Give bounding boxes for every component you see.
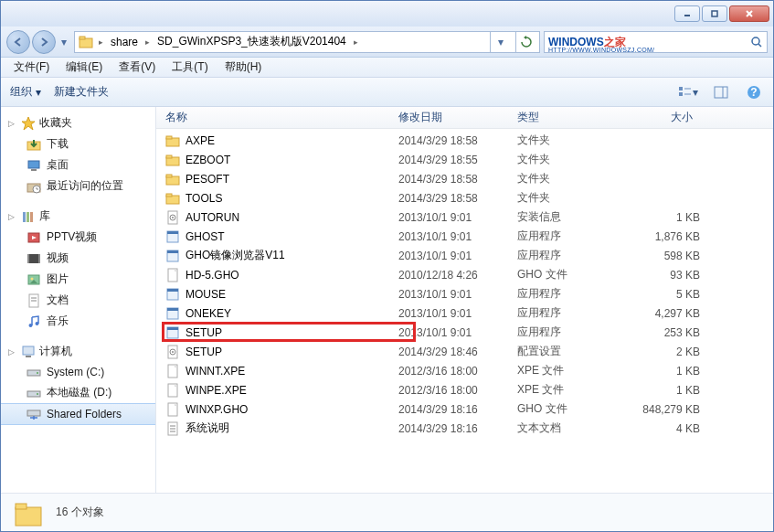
file-type: 文件夹	[517, 152, 622, 167]
view-options-button[interactable]: ▾	[678, 83, 698, 101]
column-header-name[interactable]: 名称	[165, 110, 398, 125]
sidebar-item[interactable]: 本地磁盘 (D:)	[1, 382, 155, 403]
file-date: 2014/3/29 18:46	[398, 346, 517, 358]
file-size: 5 KB	[622, 288, 700, 301]
file-date: 2013/10/1 9:01	[398, 288, 517, 301]
file-row[interactable]: AXPE 2014/3/29 18:58 文件夹	[156, 131, 773, 150]
file-name: 系统说明	[186, 420, 229, 436]
address-dropdown[interactable]: ▾	[490, 31, 510, 53]
file-type: 文件夹	[517, 190, 622, 206]
file-row[interactable]: PESOFT 2014/3/29 18:58 文件夹	[156, 169, 773, 188]
sidebar-item[interactable]: PPTV视频	[1, 227, 155, 248]
file-size: 1 KB	[622, 211, 700, 224]
search-input[interactable]: WINDOWS之家 HTTP://WWW.WINDOWSZJ.COM/ 快速装机…	[544, 31, 768, 53]
titlebar	[1, 1, 773, 27]
file-name: HD-5.GHO	[186, 269, 239, 282]
file-row[interactable]: SETUP 2014/3/29 18:46 配置设置 2 KB	[156, 342, 773, 361]
file-row[interactable]: 系统说明 2014/3/29 18:16 文本文档 4 KB	[156, 419, 773, 438]
svg-rect-23	[23, 212, 26, 222]
column-header-size[interactable]: 大小	[622, 110, 700, 125]
file-date: 2013/10/1 9:01	[398, 250, 517, 262]
file-row[interactable]: EZBOOT 2014/3/29 18:55 文件夹	[156, 150, 773, 169]
file-row[interactable]: SETUP 2013/10/1 9:01 应用程序 253 KB	[156, 323, 773, 342]
file-name: TOOLS	[186, 192, 222, 205]
computer-icon	[21, 345, 36, 359]
new-folder-button[interactable]: 新建文件夹	[54, 84, 109, 100]
sidebar-item-label: 音乐	[47, 314, 69, 329]
svg-rect-17	[28, 161, 39, 168]
sidebar-item[interactable]: 桌面	[1, 154, 155, 176]
file-type: XPE 文件	[517, 363, 622, 378]
column-header-type[interactable]: 类型	[517, 110, 622, 125]
nav-history-dropdown[interactable]: ▾	[58, 33, 70, 51]
file-date: 2014/3/29 18:16	[398, 403, 517, 416]
file-date: 2013/10/1 9:01	[398, 326, 517, 339]
refresh-button[interactable]	[515, 31, 535, 53]
menu-file[interactable]: 文件(F)	[6, 58, 57, 77]
disclosure-triangle-icon: ▷	[8, 212, 17, 221]
sidebar-item[interactable]: 图片	[1, 269, 155, 290]
sidebar-group-header[interactable]: ▷ 计算机	[1, 341, 155, 362]
help-button[interactable]: ?	[744, 83, 764, 101]
file-row[interactable]: WINNT.XPE 2012/3/16 18:00 XPE 文件 1 KB	[156, 361, 773, 380]
file-name: WINXP.GHO	[186, 403, 248, 416]
sidebar-item[interactable]: 下载	[1, 133, 155, 154]
file-name: EZBOOT	[186, 154, 230, 166]
forward-button[interactable]	[32, 30, 56, 54]
menu-edit[interactable]: 编辑(E)	[58, 58, 110, 77]
minimize-button[interactable]	[674, 5, 700, 22]
file-row[interactable]: MOUSE 2013/10/1 9:01 应用程序 5 KB	[156, 284, 773, 303]
file-row[interactable]: HD-5.GHO 2010/12/18 4:26 GHO 文件 93 KB	[156, 265, 773, 284]
netdrive-icon	[27, 407, 41, 421]
file-name: WINNT.XPE	[186, 365, 245, 378]
sidebar-group-header[interactable]: ▷ 收藏夹	[1, 112, 155, 133]
file-icon	[165, 402, 180, 417]
breadcrumb-item[interactable]: SD_GWinXPSP3_快速装机版V201404	[155, 34, 348, 49]
menu-tools[interactable]: 工具(T)	[164, 58, 215, 77]
file-row[interactable]: TOOLS 2014/3/29 18:58 文件夹	[156, 188, 773, 207]
maximize-button[interactable]	[702, 5, 727, 22]
file-size: 1,876 KB	[622, 230, 700, 243]
file-type: 应用程序	[517, 305, 622, 321]
music-icon	[27, 314, 41, 329]
file-row[interactable]: GHO镜像浏览器V11 2013/10/1 9:01 应用程序 598 KB	[156, 246, 773, 265]
column-header-date[interactable]: 修改日期	[398, 110, 517, 125]
file-row[interactable]: GHOST 2013/10/1 9:01 应用程序 1,876 KB	[156, 227, 773, 246]
svg-point-35	[29, 324, 33, 327]
file-name: AXPE	[186, 134, 215, 147]
search-icon	[750, 36, 763, 48]
address-bar[interactable]: ▸ share ▸ SD_GWinXPSP3_快速装机版V201404 ▸ ▾	[74, 31, 540, 53]
menu-view[interactable]: 查看(V)	[111, 58, 163, 77]
sidebar-group-header[interactable]: ▷ 库	[1, 206, 155, 227]
file-size: 4,297 KB	[622, 307, 700, 320]
preview-pane-button[interactable]	[711, 83, 731, 101]
file-size: 1 KB	[622, 365, 700, 378]
sidebar-item[interactable]: 最近访问的位置	[1, 176, 155, 197]
file-row[interactable]: WINXP.GHO 2014/3/29 18:16 GHO 文件 848,279…	[156, 399, 773, 419]
back-button[interactable]	[6, 30, 30, 54]
svg-rect-25	[30, 212, 33, 222]
sidebar-item[interactable]: Shared Folders	[1, 403, 155, 425]
sidebar-item[interactable]: System (C:)	[1, 362, 155, 382]
sidebar-item-label: System (C:)	[47, 366, 104, 378]
file-type: GHO 文件	[517, 267, 622, 282]
svg-rect-43	[27, 410, 40, 416]
file-row[interactable]: AUTORUN 2013/10/1 9:01 安装信息 1 KB	[156, 207, 773, 227]
sidebar-group-label: 计算机	[39, 344, 72, 359]
sidebar-item[interactable]: 文档	[1, 290, 155, 311]
file-name: GHO镜像浏览器V11	[186, 248, 285, 263]
breadcrumb-item[interactable]: share	[109, 36, 140, 48]
menu-help[interactable]: 帮助(H)	[217, 58, 270, 77]
file-list[interactable]: AXPE 2014/3/29 18:58 文件夹 EZBOOT 2014/3/2…	[156, 129, 773, 493]
file-date: 2010/12/18 4:26	[398, 269, 517, 282]
sidebar-item[interactable]: 视频	[1, 248, 155, 269]
folder-icon	[165, 153, 180, 167]
file-row[interactable]: WINPE.XPE 2012/3/16 18:00 XPE 文件 1 KB	[156, 380, 773, 399]
svg-point-68	[172, 351, 174, 353]
close-button[interactable]	[729, 5, 769, 22]
sidebar-item[interactable]: 音乐	[1, 311, 155, 332]
file-row[interactable]: ONEKEY 2013/10/1 9:01 应用程序 4,297 KB	[156, 303, 773, 323]
svg-line-7	[758, 44, 761, 47]
exe-icon	[165, 306, 180, 321]
organize-button[interactable]: 组织 ▾	[10, 84, 41, 100]
